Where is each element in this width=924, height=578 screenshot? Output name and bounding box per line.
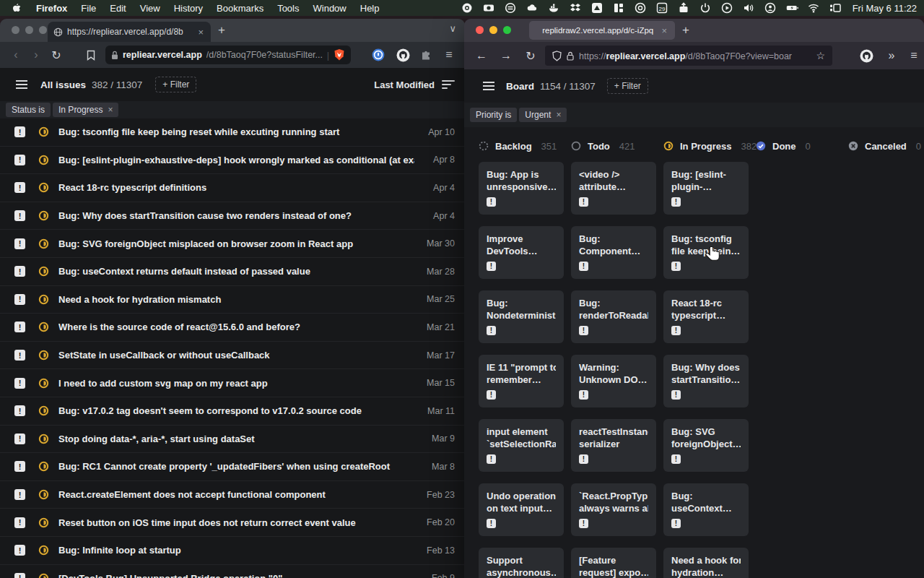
urgent-priority-icon[interactable]: !: [487, 519, 496, 528]
urgent-priority-icon[interactable]: !: [671, 390, 681, 400]
urgent-priority-icon[interactable]: !: [579, 390, 588, 400]
issue-card[interactable]: Bug: SVGforeignObject…!: [663, 419, 749, 472]
sidebar-menu-icon[interactable]: [483, 82, 494, 90]
filter-value-chip[interactable]: Urgent ×: [519, 108, 567, 122]
filter-field-chip[interactable]: Priority is: [470, 108, 517, 122]
forward-button[interactable]: →: [497, 42, 515, 69]
cloud-icon[interactable]: [526, 2, 539, 14]
issue-row[interactable]: !Bug: Why does startTransition cause two…: [0, 202, 465, 230]
issue-row[interactable]: !Where is the source code of react@15.6.…: [0, 314, 465, 342]
reload-button[interactable]: ↻: [48, 42, 65, 68]
issue-row[interactable]: !Bug: useContext returns default instead…: [0, 258, 465, 286]
urgent-priority-icon[interactable]: !: [579, 454, 588, 464]
issue-card[interactable]: Bug:renderToReadab!: [571, 290, 656, 343]
tab-close-icon[interactable]: ×: [660, 25, 668, 36]
issue-card[interactable]: Bug: tsconfigfile keep bein…!: [663, 226, 749, 279]
menu-tools[interactable]: Tools: [277, 3, 299, 14]
in-progress-status-icon[interactable]: [38, 126, 49, 137]
in-progress-status-icon[interactable]: [38, 322, 49, 332]
urgent-priority-icon[interactable]: !: [487, 326, 496, 335]
in-progress-status-icon[interactable]: [38, 238, 49, 249]
github-extension-icon[interactable]: [394, 42, 411, 68]
apple-logo-icon[interactable]: [10, 2, 22, 14]
close-window-button[interactable]: [476, 26, 484, 34]
issue-card[interactable]: Bug:useContext…!: [663, 483, 749, 536]
issue-card[interactable]: IE 11 "prompt toremember…!: [479, 355, 564, 407]
minimize-window-button[interactable]: [25, 26, 33, 34]
in-progress-status-icon[interactable]: [38, 378, 49, 389]
stage-manager-icon[interactable]: [829, 2, 842, 14]
record-icon[interactable]: [461, 2, 474, 14]
grid-icon[interactable]: [613, 2, 625, 14]
minimize-window-button[interactable]: [489, 26, 497, 34]
issue-row[interactable]: !Bug: SVG foreignObject misplaced on bro…: [0, 230, 465, 258]
issue-card[interactable]: Supportasynchronous…!: [479, 548, 564, 578]
in-progress-status-icon[interactable]: [38, 461, 49, 472]
urgent-priority-icon[interactable]: !: [487, 390, 496, 400]
tab-close-icon[interactable]: ×: [196, 27, 205, 38]
issue-card[interactable]: ImproveDevTools…!: [479, 226, 564, 279]
in-progress-status-icon[interactable]: [38, 210, 49, 221]
issue-row[interactable]: !React.createElement does not accept fun…: [0, 481, 465, 509]
back-button[interactable]: ←: [473, 42, 490, 69]
issue-card[interactable]: Bug: [eslint-plugin-…!: [663, 162, 749, 215]
address-bar[interactable]: https://repliear.vercel.app/d/8bTaoq7F0e…: [545, 46, 832, 66]
menu-help[interactable]: Help: [360, 3, 380, 14]
power-icon[interactable]: [699, 2, 712, 14]
github-extension-icon[interactable]: [858, 42, 875, 69]
play-icon[interactable]: [721, 2, 733, 14]
browser-tab[interactable]: replidraw2.vercel.app/d/c-iZpq ×: [529, 21, 675, 40]
camera-icon[interactable]: [483, 2, 495, 14]
in-progress-status-icon[interactable]: [38, 350, 49, 361]
issue-card[interactable]: Warning:Unknown DO…!: [571, 355, 656, 407]
bookmark-star-icon[interactable]: ☆: [816, 50, 825, 61]
urgent-priority-icon[interactable]: !: [671, 197, 681, 207]
close-window-button[interactable]: [12, 26, 19, 34]
brave-shield-icon[interactable]: [334, 48, 345, 61]
zoom-window-button[interactable]: [503, 26, 511, 34]
menubar-clock[interactable]: Fri May 6 11:22: [853, 3, 917, 14]
dropbox-icon[interactable]: [570, 2, 582, 14]
sort-order-label[interactable]: Last Modified: [374, 79, 435, 90]
back-button[interactable]: ‹: [7, 42, 25, 68]
in-progress-status-icon[interactable]: [38, 266, 49, 277]
issue-row[interactable]: !Bug: RC1 Cannot create property '_updat…: [0, 453, 465, 481]
browser-menu-icon[interactable]: ≡: [440, 42, 458, 68]
volume-icon[interactable]: [743, 2, 755, 14]
issue-row[interactable]: !Bug: [eslint-plugin-exhaustive-deps] ho…: [0, 147, 465, 175]
issue-card[interactable]: <video />attribute…!: [571, 162, 656, 215]
menu-file[interactable]: File: [81, 3, 96, 14]
issue-row[interactable]: !SetState in useCallback or without useC…: [0, 342, 465, 370]
battery-icon[interactable]: [786, 2, 798, 14]
in-progress-status-icon[interactable]: [38, 517, 49, 528]
urgent-priority-icon[interactable]: !: [671, 454, 681, 464]
remove-filter-icon[interactable]: ×: [108, 105, 113, 115]
urgent-priority-icon[interactable]: !: [671, 262, 681, 271]
issue-card[interactable]: `React.PropTypalways warns ab!: [571, 483, 656, 536]
issue-card[interactable]: Undo operationon text input…!: [479, 483, 564, 536]
add-filter-button[interactable]: + Filter: [607, 78, 648, 94]
menu-history[interactable]: History: [174, 3, 203, 14]
menu-bookmarks[interactable]: Bookmarks: [217, 3, 263, 14]
docker-icon[interactable]: [548, 2, 560, 14]
issue-row[interactable]: !Need a hook for hydration mismatchMar 2…: [0, 286, 465, 314]
urgent-priority-icon[interactable]: !: [487, 197, 496, 207]
menu-edit[interactable]: Edit: [110, 3, 126, 14]
menu-view[interactable]: View: [140, 3, 160, 14]
one-password-icon[interactable]: [635, 2, 647, 14]
in-progress-status-icon[interactable]: [38, 294, 49, 305]
in-progress-status-icon[interactable]: [38, 434, 49, 444]
filter-field-chip[interactable]: Status is: [6, 103, 51, 117]
traffic-lights-inactive[interactable]: [12, 26, 47, 34]
wallet-icon[interactable]: [505, 2, 517, 14]
urgent-priority-icon[interactable]: !: [579, 197, 588, 207]
urgent-priority-icon[interactable]: !: [671, 519, 681, 528]
menu-firefox[interactable]: Firefox: [36, 3, 67, 14]
browser-menu-icon[interactable]: ≡: [905, 42, 923, 69]
reload-button[interactable]: ↻: [522, 42, 539, 69]
issue-card[interactable]: reactTestInstancserializer!: [571, 419, 656, 472]
urgent-priority-icon[interactable]: !: [487, 454, 496, 464]
issue-card[interactable]: Bug:Nondeterminist.!: [479, 290, 564, 343]
urgent-priority-icon[interactable]: !: [487, 262, 496, 271]
issue-row[interactable]: !Reset button on iOS time input does not…: [0, 509, 465, 537]
